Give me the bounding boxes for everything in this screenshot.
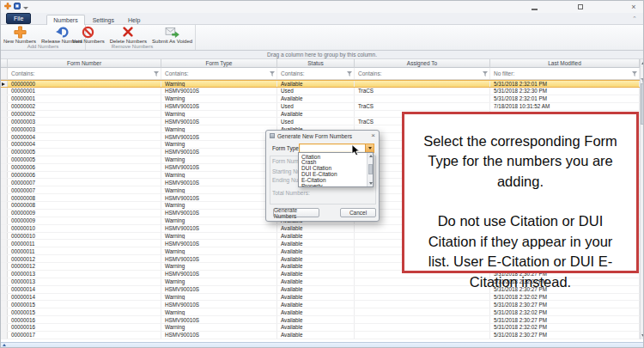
- table-row[interactable]: 00000002HSMV90010SUsedTraCS7/18/2018 10:…: [1, 103, 640, 111]
- table-row[interactable]: 00000001HSMV90010SUsedTraCS5/31/2018 2:3…: [1, 88, 640, 95]
- column-header-status[interactable]: Status: [277, 59, 355, 68]
- delete-numbers-button[interactable]: Delete Numbers: [107, 25, 149, 44]
- scroll-up-button[interactable]: [641, 59, 644, 67]
- grid-cell-last-modified: 5/31/2018 2:32:02 PM: [490, 294, 640, 301]
- dropdown-scroll-thumb[interactable]: [368, 164, 373, 174]
- filter-cell-form-number[interactable]: Contains:: [8, 68, 161, 79]
- row-selector-cell[interactable]: [1, 149, 8, 156]
- dialog-title-bar[interactable]: Generate New Form Numbers ×: [266, 131, 379, 141]
- grid-cell-last-modified: 5/31/2018 2:32:30 PM: [490, 88, 640, 95]
- row-selector-cell[interactable]: [1, 332, 8, 339]
- dropdown-item-dui-citation[interactable]: DUI Citation: [299, 165, 373, 171]
- row-selector-cell[interactable]: [1, 156, 8, 163]
- table-row[interactable]: 00000001WarningAvailable5/31/2018 2:32:0…: [1, 95, 640, 103]
- filter-funnel-icon[interactable]: [270, 71, 275, 77]
- row-selector-cell[interactable]: [1, 255, 8, 262]
- quick-access-caret-icon[interactable]: [23, 7, 28, 9]
- cancel-button[interactable]: Cancel: [340, 208, 376, 217]
- row-selector-cell[interactable]: [1, 118, 8, 125]
- row-selector-cell[interactable]: [1, 294, 8, 301]
- row-selector-cell[interactable]: [1, 263, 8, 270]
- dropdown-item-e-citation[interactable]: E-Citation: [299, 176, 373, 182]
- dropdown-scrollbar[interactable]: [367, 153, 373, 186]
- filter-funnel-icon[interactable]: [632, 71, 637, 77]
- dropdown-item-dui-e-citation[interactable]: DUI E-Citation: [299, 170, 373, 176]
- row-selector-cell[interactable]: [1, 233, 8, 240]
- row-selector-cell[interactable]: [1, 133, 8, 140]
- table-row[interactable]: 00000016WarningAvailable5/31/2018 2:32:0…: [1, 324, 640, 332]
- grid-cell-form-number: 00000006: [8, 172, 161, 179]
- ribbon-corner-icon[interactable]: ⌃: [631, 15, 638, 22]
- row-selector-cell[interactable]: [1, 103, 8, 110]
- filter-funnel-icon[interactable]: [483, 71, 488, 77]
- row-selector-cell[interactable]: [1, 240, 8, 247]
- filter-funnel-icon[interactable]: [154, 71, 159, 77]
- row-selector-cell[interactable]: [1, 225, 8, 232]
- table-row[interactable]: 00000000WarningAvailable5/31/2018 2:32:0…: [1, 80, 640, 88]
- record-navigator-icon[interactable]: [3, 344, 6, 348]
- dropdown-arrow-icon[interactable]: [365, 144, 374, 152]
- grid-cell-status: Available: [277, 240, 355, 247]
- row-selector-cell[interactable]: [1, 308, 8, 315]
- row-selector-cell[interactable]: [1, 111, 8, 118]
- vertical-scrollbar[interactable]: [640, 59, 644, 339]
- submit-as-voided-button[interactable]: Submit As Voided: [149, 25, 195, 44]
- row-selector-cell[interactable]: [1, 125, 8, 132]
- row-selector-cell[interactable]: [1, 141, 8, 148]
- dropdown-item-citation[interactable]: Citation: [299, 153, 373, 159]
- row-selector-cell[interactable]: [1, 301, 8, 308]
- row-selector-cell[interactable]: [1, 164, 8, 171]
- row-selector-cell[interactable]: [1, 179, 8, 186]
- scrollbar-thumb[interactable]: [641, 83, 644, 125]
- new-numbers-button[interactable]: New Numbers: [1, 25, 39, 44]
- scroll-down-button[interactable]: [641, 332, 644, 339]
- dropdown-item-crash[interactable]: Crash: [299, 159, 373, 165]
- generate-numbers-button[interactable]: Generate Numbers: [273, 208, 319, 217]
- column-header-form-type[interactable]: Form Type: [161, 59, 277, 68]
- table-row[interactable]: 00000014WarningAvailable5/31/2018 2:32:0…: [1, 294, 640, 302]
- dropdown-item-property[interactable]: Property: [299, 182, 373, 187]
- table-row[interactable]: 00000015WarningAvailable5/31/2018 2:32:0…: [1, 308, 640, 316]
- row-selector-cell[interactable]: [1, 271, 8, 278]
- filter-cell-form-type[interactable]: Contains:: [161, 68, 277, 79]
- row-selector-cell[interactable]: [1, 186, 8, 193]
- column-header-last-modified[interactable]: Last Modified: [490, 59, 640, 68]
- column-header-assigned-to[interactable]: Assigned To: [355, 59, 490, 68]
- close-button[interactable]: ×: [628, 2, 640, 12]
- quick-add-icon[interactable]: [4, 3, 11, 9]
- row-selector-cell[interactable]: [1, 316, 8, 323]
- table-row[interactable]: 00000015HSMV90010SAvailable5/31/2018 2:3…: [1, 301, 640, 308]
- row-selector-cell[interactable]: [1, 172, 8, 179]
- tab-file[interactable]: File: [6, 13, 31, 24]
- dropdown-scroll-up-icon[interactable]: [368, 153, 374, 159]
- row-selector-cell[interactable]: [1, 210, 8, 217]
- tab-help[interactable]: Help: [122, 15, 146, 25]
- ribbon-group-caption: Remove Numbers: [70, 44, 195, 49]
- row-selector-cell[interactable]: [1, 324, 8, 331]
- tab-settings[interactable]: Settings: [87, 15, 120, 25]
- filter-cell-last-modified[interactable]: No filter:: [490, 68, 640, 79]
- dialog-close-icon[interactable]: ×: [371, 131, 375, 139]
- row-selector-cell[interactable]: [1, 81, 8, 87]
- row-selector-cell[interactable]: [1, 88, 8, 95]
- minimize-button[interactable]: [528, 2, 540, 12]
- tab-numbers[interactable]: Numbers: [46, 15, 84, 25]
- filter-cell-assigned-to[interactable]: Contains:: [355, 68, 490, 79]
- filter-cell-status[interactable]: Contains:: [277, 68, 355, 79]
- group-by-bar[interactable]: Drag a column here to group by this colu…: [1, 51, 643, 59]
- grid-cell-assigned-to: [355, 81, 490, 87]
- table-row[interactable]: 00000017HSMV90010SAvailable5/31/2018 2:3…: [1, 332, 640, 339]
- column-header-form-number[interactable]: Form Number: [8, 59, 161, 68]
- row-selector-cell[interactable]: [1, 217, 8, 224]
- row-selector-cell[interactable]: [1, 95, 8, 102]
- void-numbers-button[interactable]: Void Numbers: [70, 25, 107, 44]
- row-selector-cell[interactable]: [1, 278, 8, 285]
- row-selector-cell[interactable]: [1, 202, 8, 209]
- row-selector-cell[interactable]: [1, 247, 8, 254]
- filter-funnel-icon[interactable]: [347, 71, 352, 77]
- row-selector-cell[interactable]: [1, 194, 8, 201]
- row-selector-cell[interactable]: [1, 286, 8, 293]
- table-row[interactable]: 00000016HSMV90010SAvailable5/31/2018 2:3…: [1, 316, 640, 324]
- dropdown-scroll-down-icon[interactable]: [368, 180, 374, 186]
- maximize-button[interactable]: [574, 2, 586, 12]
